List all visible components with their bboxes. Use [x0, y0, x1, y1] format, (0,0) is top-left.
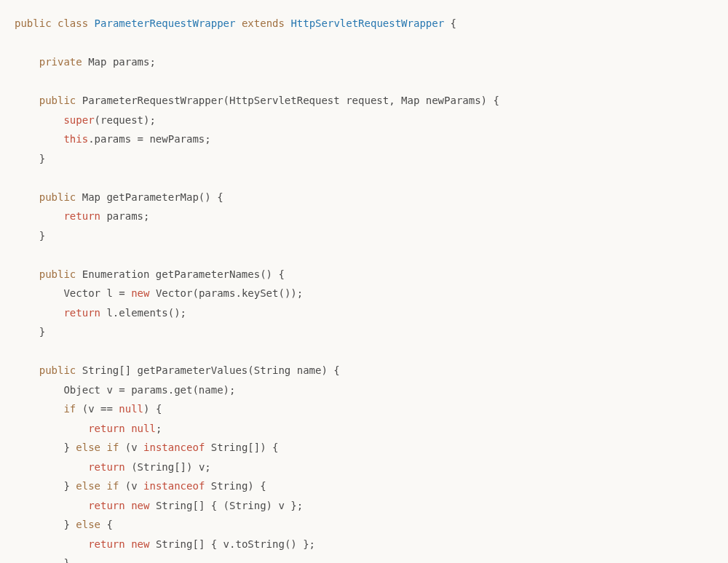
- code-token-type: HttpServletRequestWrapper: [290, 17, 444, 29]
- code-block: public class ParameterRequestWrapper ext…: [0, 0, 728, 563]
- code-token-sup: return: [88, 538, 125, 550]
- code-token-sup: return: [63, 307, 100, 319]
- code-token-kw: else: [76, 442, 100, 453]
- code-token-sup: return: [88, 461, 125, 473]
- code-token-kw: if: [106, 442, 119, 453]
- code-token-sup: return: [63, 210, 100, 222]
- code-token-sup: null: [131, 423, 156, 434]
- code-token-kw: if: [63, 403, 76, 415]
- code-token-kw: public: [39, 268, 76, 280]
- code-token-sup: new: [131, 538, 149, 550]
- code-token-kw: extends: [242, 17, 285, 29]
- code-token-sup: return: [88, 423, 125, 434]
- code-content: public class ParameterRequestWrapper ext…: [15, 17, 499, 563]
- code-token-sup: null: [119, 403, 143, 415]
- code-token-kw: public: [15, 17, 52, 29]
- code-token-kw: public: [39, 191, 76, 203]
- code-token-type: ParameterRequestWrapper: [95, 17, 236, 29]
- code-token-kw: private: [39, 56, 82, 68]
- code-token-kw: public: [39, 364, 76, 376]
- code-token-kw: public: [39, 95, 76, 106]
- code-token-sup: new: [131, 500, 149, 511]
- code-token-sup: new: [131, 287, 149, 299]
- code-token-kw: class: [58, 17, 88, 29]
- code-token-sup: this: [63, 133, 88, 145]
- code-token-kw: else: [76, 519, 100, 530]
- code-token-kw: if: [106, 480, 119, 492]
- code-token-sup: super: [63, 114, 94, 126]
- code-token-sup: instanceof: [143, 442, 205, 453]
- code-token-sup: instanceof: [143, 480, 205, 492]
- code-token-sup: return: [88, 500, 125, 511]
- code-token-kw: else: [76, 480, 100, 492]
